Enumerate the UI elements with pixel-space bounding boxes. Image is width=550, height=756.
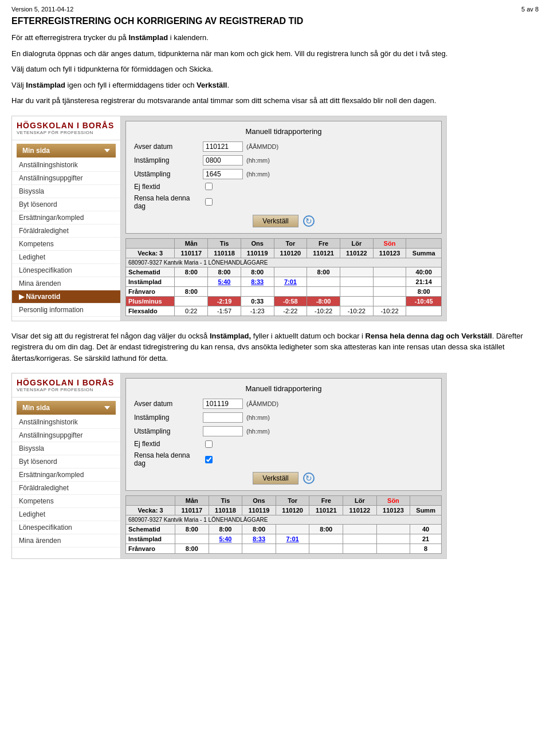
verkstall-row-1: Verkställ ↻ <box>134 215 433 227</box>
plusminus-lor-1 <box>340 296 373 306</box>
franvaro-link-man-1[interactable]: 8:00 <box>185 288 198 295</box>
sidebar-item-lonespecifikation-1[interactable]: Lönespecifikation <box>12 264 120 277</box>
label-utstampling-2: Utstämpling <box>134 427 203 435</box>
sidebar-item-ersattningar-2[interactable]: Ersättningar/kompled <box>12 468 120 482</box>
main-content-2: Manuell tidrapportering Avser datum (ÅÅM… <box>121 373 446 558</box>
date-son-1: 110123 <box>373 248 406 258</box>
instamplad-link-tis-1[interactable]: 5:40 <box>218 278 230 285</box>
schema-tor-1 <box>274 267 307 277</box>
sidebar-item-ledighet-1[interactable]: Ledighet <box>12 251 120 264</box>
sidebar-item-bisyssla-1[interactable]: Bisyssla <box>12 185 120 198</box>
instamplad-tis-1: 5:40 <box>208 277 241 286</box>
checkbox-ejflextid-2[interactable] <box>205 440 213 448</box>
checkbox-rensa-1[interactable] <box>205 198 213 206</box>
label-rensa-2: Rensa hela denna dag <box>134 451 203 467</box>
franvaro-summa-2: 8 <box>410 544 442 554</box>
franvaro-ons-2 <box>242 544 276 554</box>
checkbox-rensa-2[interactable] <box>205 456 213 463</box>
para2: Visar det sig att du registrerat fel någ… <box>11 330 539 364</box>
sidebar-item-bisyssla-2[interactable]: Bisyssla <box>12 442 120 455</box>
input-instampling-1[interactable] <box>203 155 243 166</box>
date-tor-1: 110120 <box>274 248 307 258</box>
sidebar-item-kompetens-1[interactable]: Kompetens <box>12 238 120 251</box>
checkbox-ejflextid-1[interactable] <box>205 183 213 190</box>
form-row-ejflextid-1: Ej flextid <box>134 183 433 191</box>
date-lor-1: 110122 <box>340 248 373 258</box>
schema-label-1: Schematid <box>126 267 175 277</box>
sidebar-item-anstallningshistorik-1[interactable]: Anställningshistorik <box>12 159 120 172</box>
schema-label-2: Schematid <box>126 525 175 534</box>
label-datum-1: Avser datum <box>134 143 203 151</box>
form-title-1: Manuell tidrapportering <box>134 127 433 136</box>
header-bar: Version 5, 2011-04-12 5 av 8 <box>11 6 539 13</box>
label-datum-2: Avser datum <box>134 400 203 408</box>
input-datum-1[interactable] <box>203 141 243 152</box>
sidebar-item-anstallningsuppgifter-1[interactable]: Anställningsuppgifter <box>12 172 120 185</box>
name-cell-1: 680907-9327 Kantvik Maria - 1 LÖNEHANDLÄ… <box>126 258 442 267</box>
instamplad-tor-1: 7:01 <box>274 277 307 286</box>
label-instampling-1: Instämpling <box>134 156 203 164</box>
logo-sub-2: VETENSKAP FÖR PROFESSION <box>17 387 116 392</box>
input-utstampling-2[interactable] <box>203 426 243 436</box>
schema-row-2: Schematid 8:00 8:00 8:00 8:00 40 <box>126 525 442 534</box>
instamplad-link-tor-2[interactable]: 7:01 <box>286 536 299 542</box>
sidebar-item-personlig-information-1[interactable]: Personlig information <box>12 304 120 317</box>
franvaro-row-1: Frånvaro 8:00 8:00 <box>126 286 442 296</box>
franvaro-ons-1 <box>241 286 274 296</box>
sidebar-item-foraldraledighet-2[interactable]: Föräldraledighet <box>12 482 120 495</box>
input-datum-2[interactable] <box>203 399 243 409</box>
instamplad-son-2 <box>376 534 410 544</box>
sidebar-item-ledighet-2[interactable]: Ledighet <box>12 508 120 521</box>
sidebar-item-kompetens-2[interactable]: Kompetens <box>12 495 120 508</box>
instamplad-tor-2: 7:01 <box>276 534 309 544</box>
flexsaldo-tis-1: -1:57 <box>208 306 241 316</box>
schema-fre-1: 8:00 <box>307 267 340 277</box>
instamplad-link-ons-1[interactable]: 8:33 <box>251 278 264 285</box>
sidebar-item-lonespecifikation-2[interactable]: Lönespecifikation <box>12 521 120 534</box>
date-summa-1: Summa <box>406 248 442 258</box>
instamplad-row-2: Instämplad 5:40 8:33 7:01 21 <box>126 534 442 544</box>
verkstall-button-2[interactable]: Verkställ <box>253 472 298 485</box>
instamplad-link-tor-1[interactable]: 7:01 <box>284 278 297 285</box>
refresh-icon-1[interactable]: ↻ <box>303 215 315 227</box>
label-instampling-2: Instämpling <box>134 414 203 422</box>
franvaro-tis-1 <box>208 286 241 296</box>
sidebar-item-anstallningsuppgifter-2[interactable]: Anställningsuppgifter <box>12 429 120 442</box>
input-utstampling-1[interactable] <box>203 169 243 179</box>
sidebar-menu-1: Anställningshistorik Anställningsuppgift… <box>12 159 120 317</box>
th-summa-1 <box>406 238 442 248</box>
plusminus-son-1 <box>373 296 406 306</box>
form-panel-1: Manuell tidrapportering Avser datum (ÅÅM… <box>125 121 442 234</box>
sidebar-item-byt-losenord-1[interactable]: Byt lösenord <box>12 198 120 211</box>
date-fre-1: 110121 <box>307 248 340 258</box>
sidebar-item-foraldraledighet-1[interactable]: Föräldraledighet <box>12 225 120 238</box>
label-utstampling-1: Utstämpling <box>134 170 203 178</box>
name-row-1: 680907-9327 Kantvik Maria - 1 LÖNEHANDLÄ… <box>126 258 442 267</box>
instamplad-link-tis-2[interactable]: 5:40 <box>219 536 231 542</box>
instamplad-link-ons-2[interactable]: 8:33 <box>253 536 265 542</box>
verkstall-button-1[interactable]: Verkställ <box>253 215 298 227</box>
instamplad-man-1 <box>175 277 208 286</box>
flexsaldo-row-1: Flexsaldo 0:22 -1:57 -1:23 -2:22 -10:22 … <box>126 306 442 316</box>
sidebar-item-byt-losenord-2[interactable]: Byt lösenord <box>12 455 120 468</box>
instamplad-ons-2: 8:33 <box>242 534 276 544</box>
schedule-table-2: Mån Tis Ons Tor Fre Lör Sön Vecka: 3 110… <box>125 495 442 554</box>
flexsaldo-lor-1: -10:22 <box>340 306 373 316</box>
hint-instampling-1: (hh:mm) <box>246 157 270 164</box>
min-sida-button-1[interactable]: Min sida <box>17 144 116 158</box>
sidebar-item-ersattningar-1[interactable]: Ersättningar/kompled <box>12 211 120 225</box>
schema-tis-2: 8:00 <box>209 525 242 534</box>
sidebar-item-mina-arenden-2[interactable]: Mina ärenden <box>12 534 120 548</box>
franvaro-son-1 <box>373 286 406 296</box>
min-sida-button-2[interactable]: Min sida <box>17 401 116 415</box>
franvaro-fre-2 <box>309 544 343 554</box>
week-row-1: Vecka: 3 110117 110118 110119 110120 110… <box>126 248 442 258</box>
name-row-2: 680907-9327 Kantvik Maria - 1 LÖNEHANDLÄ… <box>126 515 442 525</box>
sidebar-item-narvarotid-1[interactable]: Närvarotid <box>12 290 120 304</box>
refresh-icon-2[interactable]: ↻ <box>303 472 315 484</box>
date-man-2: 110117 <box>175 506 209 515</box>
input-instampling-2[interactable] <box>203 412 243 423</box>
form-row-rensa-2: Rensa hela denna dag <box>134 451 433 467</box>
sidebar-item-anstallningshistorik-2[interactable]: Anställningshistorik <box>12 416 120 429</box>
sidebar-item-mina-arenden-1[interactable]: Mina ärenden <box>12 277 120 290</box>
